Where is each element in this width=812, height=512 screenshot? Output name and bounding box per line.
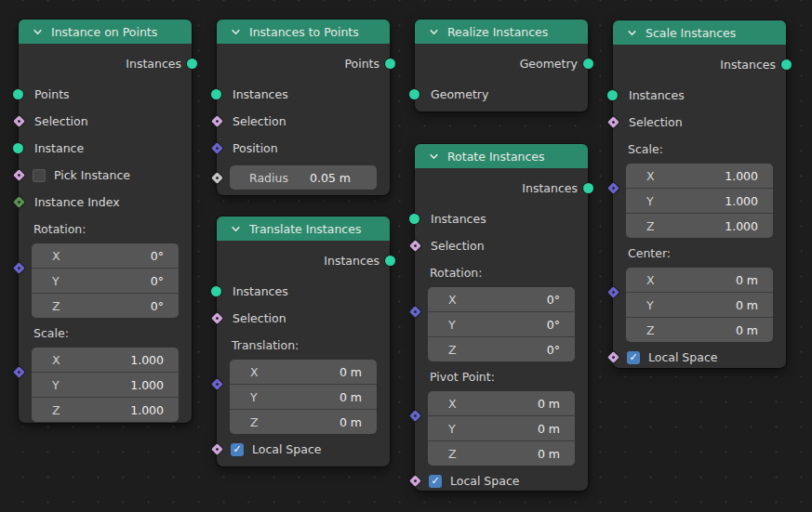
- socket-input-instances[interactable]: [409, 214, 419, 224]
- socket-input-selection[interactable]: [211, 312, 223, 324]
- socket-input-selection[interactable]: [409, 240, 421, 252]
- socket-input-vector-6[interactable]: [409, 410, 421, 422]
- section-label: Pivot Point:: [430, 370, 495, 384]
- socket-input-vector-4[interactable]: [607, 182, 619, 194]
- vector-field-y[interactable]: Y0°: [428, 311, 575, 336]
- row-output-geometry: Geometry: [415, 50, 588, 77]
- socket-input-selection[interactable]: [211, 115, 223, 127]
- socket-output-points[interactable]: [385, 59, 395, 69]
- socket-input-radius[interactable]: [211, 172, 223, 184]
- collapse-chevron-down-icon[interactable]: [33, 27, 43, 37]
- socket-input-instances[interactable]: [211, 286, 221, 296]
- collapse-chevron-down-icon[interactable]: [627, 28, 637, 38]
- socket-input-instances[interactable]: [607, 90, 618, 100]
- collapse-chevron-down-icon[interactable]: [429, 27, 439, 37]
- checkbox-pick-instance[interactable]: [33, 169, 46, 182]
- socket-field-dot: [611, 186, 615, 190]
- vector-field-group: X1.000Y1.000Z1.000: [626, 164, 773, 238]
- socket-output-instances[interactable]: [187, 59, 197, 69]
- socket-output-instances[interactable]: [385, 256, 395, 266]
- vector-field-z[interactable]: Z0 m: [428, 440, 575, 466]
- vector-field-z[interactable]: Z1.000: [32, 397, 179, 422]
- vector-field-x[interactable]: X0 m: [626, 268, 773, 292]
- field-value: 0 m: [339, 390, 362, 404]
- socket-output-instances[interactable]: [583, 183, 593, 193]
- node-editor-canvas[interactable]: Instance on PointsInstancesPointsSelecti…: [0, 0, 812, 512]
- axis-label: Z: [646, 323, 655, 337]
- vector-field-z[interactable]: Z0 m: [626, 317, 773, 342]
- node-header[interactable]: Translate Instances: [217, 217, 390, 241]
- vector-field-z[interactable]: Z1.000: [626, 213, 773, 238]
- socket-input-vector-7[interactable]: [13, 262, 25, 274]
- vector-field-y[interactable]: Y0 m: [428, 415, 575, 440]
- vector-field-x[interactable]: X0°: [32, 243, 179, 268]
- node-header[interactable]: Realize Instances: [415, 20, 588, 44]
- checkbox-local-space[interactable]: ✓: [429, 475, 442, 488]
- socket-input-instance-index[interactable]: [13, 196, 25, 208]
- input-socket-label: Instances: [629, 88, 685, 102]
- node-header[interactable]: Instance on Points: [19, 20, 192, 44]
- node-body: InstancesPointsSelectionInstancePick Ins…: [19, 44, 192, 422]
- socket-field-dot: [17, 370, 20, 374]
- axis-label: Y: [448, 422, 456, 436]
- checkbox-label: Local Space: [648, 350, 717, 364]
- node-header[interactable]: Instances to Points: [217, 20, 390, 44]
- node-translate-instances: Translate InstancesInstancesInstancesSel…: [217, 217, 390, 466]
- collapse-chevron-down-icon[interactable]: [429, 151, 439, 162]
- socket-input-vector-4[interactable]: [409, 306, 421, 318]
- vector-field-x[interactable]: X1.000: [32, 348, 179, 372]
- field-value: 0 m: [339, 415, 362, 429]
- vector-field-y[interactable]: Y1.000: [32, 372, 179, 397]
- field-radius[interactable]: Radius0.05 m: [230, 165, 377, 190]
- field-value: 1.000: [130, 403, 164, 417]
- checkbox-local-space[interactable]: ✓: [231, 443, 244, 456]
- checkmark-icon: ✓: [629, 352, 637, 362]
- vector-field-x[interactable]: X0 m: [230, 360, 377, 384]
- vector-field-x[interactable]: X0 m: [428, 391, 575, 415]
- socket-field-dot: [215, 119, 219, 123]
- axis-label: X: [52, 353, 60, 367]
- vector-field-group: X0 mY0 mZ0 m: [428, 391, 575, 466]
- socket-input-pick-instance[interactable]: [13, 169, 25, 181]
- socket-input-geometry[interactable]: [409, 89, 419, 99]
- input-socket-label: Instances: [431, 212, 486, 226]
- socket-input-instance[interactable]: [13, 143, 23, 153]
- socket-input-vector-9[interactable]: [13, 366, 25, 378]
- collapse-chevron-down-icon[interactable]: [231, 27, 241, 37]
- field-value: 0 m: [736, 273, 758, 287]
- socket-input-vector-6[interactable]: [607, 286, 619, 298]
- vector-field-y[interactable]: Y0°: [32, 268, 179, 293]
- vector-field-z[interactable]: Z0°: [428, 336, 575, 361]
- socket-input-selection[interactable]: [13, 115, 25, 127]
- node-header[interactable]: Rotate Instances: [415, 144, 588, 168]
- socket-input-vector-4[interactable]: [211, 378, 223, 390]
- vector-field-x[interactable]: X1.000: [626, 164, 773, 188]
- socket-input-local-space[interactable]: [409, 475, 421, 487]
- section-label: Scale:: [33, 326, 69, 340]
- vector-field-group: X0°Y0°Z0°: [428, 287, 575, 361]
- socket-input-local-space[interactable]: [211, 443, 223, 455]
- socket-input-points[interactable]: [13, 89, 23, 99]
- field-value: 0°: [547, 318, 560, 332]
- vector-field-y[interactable]: Y0 m: [626, 292, 773, 317]
- output-socket-label: Instances: [522, 181, 578, 195]
- socket-input-selection[interactable]: [607, 116, 619, 128]
- row-output-instances: Instances: [613, 51, 786, 78]
- vector-field-z[interactable]: Z0 m: [230, 409, 377, 434]
- collapse-chevron-down-icon[interactable]: [231, 224, 241, 234]
- socket-input-local-space[interactable]: [607, 351, 619, 363]
- socket-output-geometry[interactable]: [583, 59, 593, 69]
- socket-input-position[interactable]: [211, 142, 223, 154]
- field-value: 1.000: [725, 219, 758, 233]
- vector-field-z[interactable]: Z0°: [32, 293, 179, 318]
- socket-input-instances[interactable]: [211, 89, 221, 99]
- field-value: 0 m: [538, 422, 560, 436]
- field-value: 0 m: [736, 323, 758, 337]
- node-header[interactable]: Scale Instances: [613, 20, 786, 45]
- checkbox-local-space[interactable]: ✓: [627, 351, 640, 364]
- vector-field-y[interactable]: Y1.000: [626, 188, 773, 213]
- field-value: 0°: [151, 299, 164, 313]
- socket-output-instances[interactable]: [781, 59, 792, 70]
- vector-field-y[interactable]: Y0 m: [230, 384, 377, 409]
- vector-field-x[interactable]: X0°: [428, 287, 575, 311]
